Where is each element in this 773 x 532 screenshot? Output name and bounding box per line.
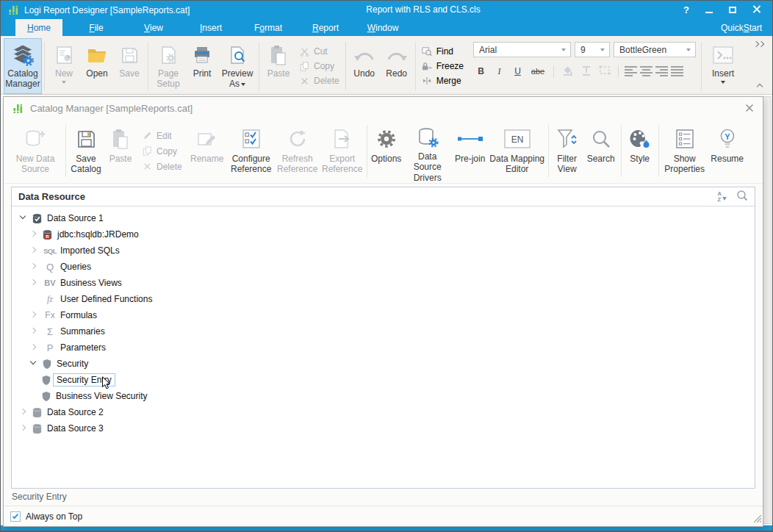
insert-button[interactable]: Insert <box>704 38 742 94</box>
catalog-manager-button[interactable]: Catalog Manager <box>4 38 42 94</box>
new-button[interactable]: New <box>47 38 81 94</box>
style-button[interactable]: Style <box>624 119 656 183</box>
edit-button[interactable]: Edit <box>142 130 182 141</box>
italic-button[interactable]: I <box>492 66 507 77</box>
font-size-select[interactable]: 9 <box>575 42 610 57</box>
tree-item-imported-sqls[interactable]: SQL Imported SQLs <box>12 242 755 259</box>
resize-grip[interactable] <box>752 514 761 525</box>
options-button[interactable]: Options <box>370 119 403 183</box>
font-color-button[interactable] <box>578 65 594 78</box>
new-data-source-button[interactable]: New Data Source <box>7 119 63 183</box>
dropdown-caret-icon <box>721 81 725 84</box>
chevron-collapsed-icon[interactable] <box>29 246 38 255</box>
tree-item-user-defined-functions[interactable]: fz User Defined Functions <box>12 291 755 307</box>
tab-insert[interactable]: Insert <box>187 19 234 36</box>
always-on-top-checkbox[interactable] <box>10 511 21 522</box>
delete-button[interactable]: Delete <box>299 75 339 87</box>
paste-button[interactable]: Paste <box>262 38 295 94</box>
panel-search-button[interactable] <box>736 190 748 204</box>
configure-reference-button[interactable]: Configure Reference <box>228 119 275 183</box>
ribbon-more-button[interactable] <box>754 42 763 46</box>
minimize-button[interactable] <box>705 5 713 15</box>
export-reference-button[interactable]: Export Reference <box>320 119 364 183</box>
border-button[interactable] <box>597 65 612 77</box>
open-button[interactable]: Open <box>81 38 113 94</box>
page-setup-button[interactable]: Page Setup <box>151 38 186 94</box>
show-properties-button[interactable]: Show Properties <box>661 119 708 183</box>
tree-item-jdbc-connection[interactable]: R jdbc:hsqldb:JRDemo <box>12 226 755 242</box>
catalog-close-button[interactable] <box>745 104 754 112</box>
resize-grip-icon <box>752 514 761 522</box>
sort-az-button[interactable]: AZ <box>718 191 727 202</box>
svg-text:Y: Y <box>725 132 730 141</box>
chevron-collapsed-icon[interactable] <box>19 424 28 433</box>
font-family-select[interactable]: Arial <box>473 42 571 57</box>
find-button[interactable]: Find <box>422 46 464 57</box>
fill-color-button[interactable] <box>560 65 575 78</box>
copy-button[interactable]: Copy <box>299 60 339 72</box>
save-catalog-button[interactable]: Save Catalog <box>68 119 104 183</box>
chevron-collapsed-icon[interactable] <box>19 408 28 417</box>
quick-start-button[interactable]: Quick Start <box>721 19 762 36</box>
undo-button[interactable]: Undo <box>348 38 381 94</box>
catalog-manager-titlebar[interactable]: Catalog Manager [SampleReports.cat] <box>4 97 763 119</box>
chevron-collapsed-icon[interactable] <box>29 278 38 287</box>
catalog-paste-button[interactable]: Paste <box>104 119 137 183</box>
help-button[interactable]: ? <box>683 5 689 15</box>
catalog-copy-button[interactable]: Copy <box>142 145 182 157</box>
tree-item-business-views[interactable]: BV Business Views <box>12 275 755 291</box>
close-button[interactable] <box>752 5 761 15</box>
collapse-ribbon-button[interactable] <box>758 85 762 89</box>
tree-item-parameters[interactable]: P Parameters <box>12 339 755 356</box>
resume-button[interactable]: Y Resume <box>708 119 747 183</box>
align-center-button[interactable] <box>640 66 652 76</box>
freeze-button[interactable]: Freeze <box>422 60 464 72</box>
filter-view-button[interactable]: Filter View <box>551 119 583 183</box>
align-left-button[interactable] <box>625 66 637 76</box>
data-mapping-editor-button[interactable]: EN Data Mapping Editor <box>489 119 546 183</box>
maximize-button[interactable] <box>729 5 736 15</box>
tree-item-summaries[interactable]: Σ Summaries <box>12 323 755 339</box>
redo-button[interactable]: Redo <box>381 38 413 94</box>
print-button[interactable]: Print <box>186 38 218 94</box>
tab-window[interactable]: Window <box>359 19 406 36</box>
tree-item-data-source-2[interactable]: Data Source 2 <box>12 404 755 420</box>
tree-item-security[interactable]: Security <box>12 356 755 372</box>
format-separator <box>618 65 619 77</box>
chevron-collapsed-icon[interactable] <box>29 262 38 271</box>
chevron-collapsed-icon[interactable] <box>29 327 38 336</box>
tab-file[interactable]: File <box>73 19 120 36</box>
chevron-collapsed-icon[interactable] <box>29 311 38 320</box>
strikethrough-button[interactable]: abe <box>528 67 547 76</box>
chevron-collapsed-icon[interactable] <box>29 343 38 352</box>
chevron-expanded-icon[interactable] <box>29 359 38 368</box>
align-right-button[interactable] <box>655 66 668 76</box>
tab-report[interactable]: Report <box>302 19 349 36</box>
chevron-collapsed-icon[interactable] <box>29 230 38 239</box>
underline-button[interactable]: U <box>510 66 525 76</box>
tab-home[interactable]: Home <box>15 19 62 36</box>
catalog-delete-button[interactable]: Delete <box>142 161 182 172</box>
tab-view[interactable]: View <box>130 19 177 36</box>
tab-format[interactable]: Format <box>245 19 292 36</box>
tree-item-data-source-1[interactable]: Data Source 1 <box>12 210 755 226</box>
search-button[interactable]: Search <box>583 119 619 183</box>
data-source-drivers-button[interactable]: Data Source Drivers <box>403 119 452 183</box>
save-button[interactable]: Save <box>113 38 145 94</box>
tree-item-data-source-3[interactable]: Data Source 3 <box>12 420 755 436</box>
merge-button[interactable]: Merge <box>422 75 464 87</box>
css-style-select[interactable]: BottleGreen <box>614 42 696 57</box>
refresh-reference-button[interactable]: Refresh Reference <box>275 119 320 183</box>
chevron-expanded-icon[interactable] <box>19 214 28 223</box>
tree-item-formulas[interactable]: Fx Formulas <box>12 307 755 323</box>
tree-item-queries[interactable]: Q Queries <box>12 259 755 275</box>
pre-join-button[interactable]: Pre-join <box>452 119 489 183</box>
preview-as-button[interactable]: Preview As <box>218 38 256 94</box>
vertical-scrollbar[interactable] <box>763 96 772 524</box>
tree-item-security-entry[interactable]: Security Entry <box>12 372 755 388</box>
tree-item-business-view-security[interactable]: Business View Security <box>12 388 755 404</box>
align-justify-button[interactable] <box>671 66 683 76</box>
cut-button[interactable]: Cut <box>299 46 339 57</box>
bold-button[interactable]: B <box>473 66 489 76</box>
rename-button[interactable]: Rename <box>187 119 228 183</box>
